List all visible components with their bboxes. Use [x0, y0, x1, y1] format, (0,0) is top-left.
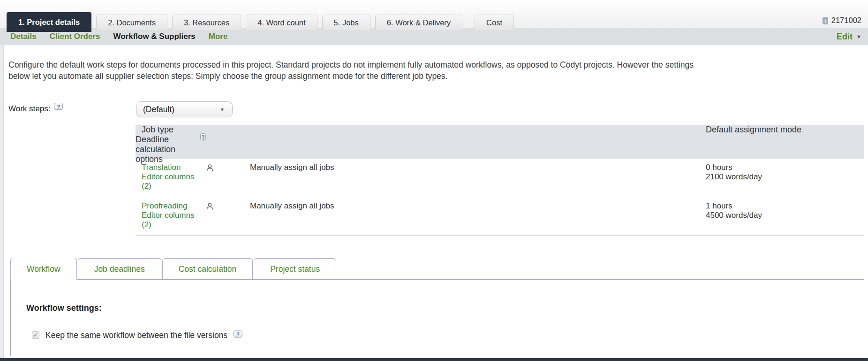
deadline-hours: 1 hours [706, 201, 864, 211]
work-steps-label: Work steps: [8, 104, 50, 114]
settings-tabstrip: Workflow Job deadlines Cost calculation … [10, 258, 337, 279]
tab-workflow[interactable]: Workflow [10, 258, 77, 280]
editor-columns-link[interactable]: Editor columns (2) [142, 172, 206, 191]
tab-label: Project status [270, 264, 320, 274]
work-steps-selected-value: (Default) [143, 105, 220, 115]
workflow-settings-panel: Workflow settings: ✔ Keep the same workf… [10, 279, 864, 356]
table-row-proofreading: Proofreading Editor columns (2) Manually… [136, 197, 864, 235]
tab-jobs[interactable]: 5. Jobs [322, 15, 370, 30]
editor-columns-link[interactable]: Editor columns (2) [142, 211, 206, 230]
job-type-link[interactable]: Translation [142, 163, 206, 172]
assignment-icon-cell [206, 163, 250, 191]
project-number: 2171002 [831, 16, 861, 25]
deadline-cell: 0 hours 2100 words/day [706, 163, 864, 191]
tab-label: 4. Word count [257, 18, 305, 27]
tab-resources[interactable]: 3. Resources [172, 15, 241, 30]
left-page-strip [0, 45, 4, 358]
deadline-cell: 1 hours 4500 words/day [706, 201, 864, 230]
deadline-hours: 0 hours [706, 163, 864, 172]
keep-workflow-row: ✔ Keep the same workflow between the fil… [32, 330, 242, 340]
bottom-edge-strip [0, 358, 868, 361]
person-icon [206, 202, 214, 210]
tab-label: 1. Project details [18, 18, 80, 27]
edit-menu[interactable]: Edit ▼ [837, 28, 861, 45]
tab-label: Cost calculation [179, 264, 237, 274]
job-type-cell: Translation Editor columns (2) [136, 163, 206, 191]
work-steps-label-row: Work steps: ? [8, 104, 63, 114]
tab-documents[interactable]: 2. Documents [96, 15, 167, 30]
intro-text: Configure the default work steps for doc… [8, 59, 710, 82]
column-header-assignment: Default assignment mode [706, 125, 864, 135]
workflow-settings-heading: Workflow settings: [26, 303, 102, 313]
assignment-mode-cell: Manually assign all jobs [250, 201, 706, 230]
help-icon[interactable]: ? [54, 103, 63, 110]
project-id-area: i 2171002 [823, 16, 861, 25]
subnav-links: Details Client Orders Workflow & Supplie… [10, 32, 227, 41]
job-type-cell: Proofreading Editor columns (2) [136, 201, 206, 230]
tab-label: 3. Resources [184, 18, 229, 27]
keep-workflow-label: Keep the same workflow between the file … [45, 330, 227, 340]
tab-cost[interactable]: Cost [475, 15, 514, 30]
tab-label: Cost [486, 18, 502, 27]
tab-label: Job deadlines [94, 264, 145, 274]
subnav-bar: Details Client Orders Workflow & Supplie… [0, 28, 868, 45]
help-icon[interactable]: ? [234, 330, 242, 338]
tab-word-count[interactable]: 4. Word count [246, 15, 317, 30]
subnav-item-workflow-suppliers[interactable]: Workflow & Suppliers [113, 32, 195, 41]
tab-cost-calculation[interactable]: Cost calculation [162, 258, 253, 279]
tab-project-details[interactable]: 1. Project details [7, 12, 91, 32]
dropdown-caret-icon[interactable]: ▼ [220, 107, 225, 112]
project-tabstrip: 1. Project details 2. Documents 3. Resou… [7, 0, 519, 30]
tab-project-status[interactable]: Project status [254, 258, 336, 279]
column-header-deadline: Deadline calculation options ? [136, 135, 206, 164]
help-icon[interactable]: ? [200, 133, 206, 140]
tab-job-deadlines[interactable]: Job deadlines [78, 258, 161, 279]
subnav-item-details[interactable]: Details [10, 32, 37, 41]
tab-label: 2. Documents [108, 18, 156, 27]
work-steps-dropdown[interactable]: (Default) ▼ [136, 101, 233, 117]
assignment-icon-cell [206, 201, 250, 230]
subnav-item-client-orders[interactable]: Client Orders [50, 32, 100, 41]
deadline-words-per-day: 2100 words/day [706, 172, 864, 182]
job-types-table: Job type Default assignment mode Deadlin… [136, 125, 864, 236]
table-row-translation: Translation Editor columns (2) Manually … [136, 159, 864, 197]
info-icon[interactable]: i [823, 17, 828, 24]
chevron-down-icon[interactable]: ▼ [856, 34, 861, 39]
column-header-deadline-label: Deadline calculation options [136, 135, 196, 164]
tab-work-delivery[interactable]: 6. Work & Delivery [375, 15, 462, 30]
subnav-item-more[interactable]: More [209, 32, 228, 41]
deadline-words-per-day: 4500 words/day [706, 211, 864, 220]
person-icon [206, 164, 214, 172]
keep-workflow-checkbox[interactable]: ✔ [32, 331, 39, 339]
tab-label: Workflow [27, 264, 60, 274]
job-type-link[interactable]: Proofreading [142, 201, 206, 211]
edit-button[interactable]: Edit [837, 32, 853, 42]
project-details-page: 1. Project details 2. Documents 3. Resou… [0, 0, 868, 361]
assignment-mode-cell: Manually assign all jobs [250, 163, 706, 191]
tab-label: 6. Work & Delivery [387, 18, 451, 27]
tab-label: 5. Jobs [334, 18, 359, 27]
column-header-job-type: Job type [136, 125, 250, 135]
table-header-row: Job type Default assignment mode Deadlin… [136, 125, 864, 159]
